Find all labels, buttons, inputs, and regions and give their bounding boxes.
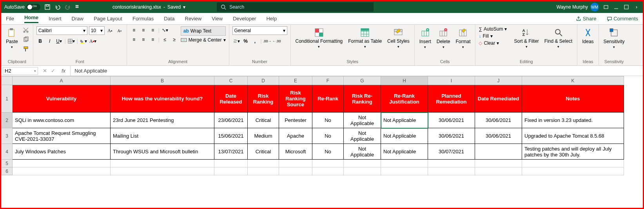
search-input[interactable]: Search [217, 2, 374, 12]
grow-font-icon[interactable]: A▴ [106, 27, 114, 35]
autosave-toggle[interactable]: AutoSave On [4, 4, 40, 10]
column-header-K[interactable]: K [522, 76, 624, 85]
cell-G2[interactable]: Not Applicable [344, 113, 381, 128]
row-header-4[interactable]: 4 [2, 144, 13, 160]
cell-B5[interactable] [111, 160, 214, 167]
cell-G5[interactable] [344, 160, 381, 167]
clear-button[interactable]: ◇Clear ▾ [479, 40, 510, 46]
cell-A4[interactable]: July Windows Patches [13, 144, 111, 160]
cell-C4[interactable]: 13/07/2021 [214, 144, 248, 160]
cell-C2[interactable]: 23/06/2021 [214, 113, 248, 128]
cell-K3[interactable]: Upgraded to Apache Tomcat 8.5.68 [522, 128, 624, 144]
cell-F3[interactable]: No [312, 128, 344, 144]
cancel-formula-icon[interactable]: ✕ [43, 68, 47, 74]
cell-H6[interactable] [381, 167, 428, 175]
cell-I4[interactable]: 30/07/2021 [428, 144, 475, 160]
cell-K2[interactable]: Fixed in version 3.23 updated. [522, 113, 624, 128]
cell-F5[interactable] [312, 160, 344, 167]
cell-J2[interactable]: 30/06/2021 [475, 113, 522, 128]
italic-button[interactable]: I [46, 37, 54, 45]
cell-F2[interactable]: No [312, 113, 344, 128]
share-button[interactable]: Share [576, 16, 597, 22]
fx-icon[interactable]: fx [58, 68, 69, 74]
font-color-icon[interactable]: A▾ [89, 37, 97, 45]
minimize-icon[interactable] [613, 4, 619, 10]
format-as-table-button[interactable]: Format as Table▾ [346, 26, 383, 49]
cell-K6[interactable] [522, 167, 624, 175]
tab-draw[interactable]: Draw [72, 16, 83, 22]
ribbon-options-icon[interactable] [603, 4, 609, 10]
column-header-J[interactable]: J [475, 76, 522, 85]
row-header-2[interactable]: 2 [2, 113, 13, 128]
undo-icon[interactable] [54, 4, 61, 10]
tab-file[interactable]: File [6, 16, 14, 22]
paste-button[interactable]: Paste▾ [4, 26, 20, 50]
cell-H5[interactable] [381, 160, 428, 167]
format-painter-icon[interactable] [22, 45, 30, 53]
cell-E5[interactable] [279, 160, 312, 167]
tab-formulas[interactable]: Formulas [132, 16, 154, 22]
name-box[interactable]: H2▾ [3, 67, 38, 75]
delete-cells-button[interactable]: Delete▾ [435, 26, 452, 50]
header-cell[interactable]: Date Remediated [475, 85, 522, 113]
header-cell[interactable]: Risk Ranking [248, 85, 279, 113]
sensitivity-button[interactable]: Sensitivity▾ [602, 26, 626, 50]
align-right-icon[interactable]: ≡ [149, 36, 157, 44]
save-icon[interactable] [44, 4, 51, 10]
align-center-icon[interactable]: ≡ [140, 36, 147, 44]
column-header-G[interactable]: G [344, 76, 381, 85]
column-header-H[interactable]: H [381, 76, 428, 85]
cell-E6[interactable] [279, 167, 312, 175]
cell-F6[interactable] [312, 167, 344, 175]
cell-C3[interactable]: 15/06/2021 [214, 128, 248, 144]
header-cell[interactable]: Risk Re-Ranking [344, 85, 381, 113]
conditional-formatting-button[interactable]: Conditional Formatting▾ [294, 26, 345, 49]
redo-icon[interactable] [65, 4, 71, 10]
cell-B4[interactable]: Through WSUS and Microsoft bulletin [111, 144, 214, 160]
cell-E2[interactable]: Pentester [279, 113, 312, 128]
cell-J3[interactable]: 30/06/2021 [475, 128, 522, 144]
cell-H4[interactable]: Not Applicable [381, 144, 428, 160]
underline-button[interactable]: U ▾ [55, 37, 63, 45]
cell-I6[interactable] [428, 167, 475, 175]
outdent-icon[interactable]: ≤ [161, 36, 169, 44]
sort-filter-button[interactable]: AZ Sort & Filter▾ [512, 26, 540, 49]
indent-icon[interactable]: ≥ [171, 36, 178, 44]
header-cell[interactable]: Re-Rank Justification [381, 85, 428, 113]
cell-B3[interactable]: Mailing List [111, 128, 214, 144]
header-cell[interactable]: Re-Rank [312, 85, 344, 113]
cell-H3[interactable]: Not Applicable [381, 128, 428, 144]
fill-color-icon[interactable]: ▾ [80, 37, 87, 45]
cell-A3[interactable]: Apache Tomcat Request Smuggling CVE-2021… [13, 128, 111, 144]
tab-help[interactable]: Help [266, 16, 277, 22]
select-all-corner[interactable] [2, 76, 13, 85]
cell-G6[interactable] [344, 167, 381, 175]
column-header-D[interactable]: D [248, 76, 279, 85]
cell-G3[interactable]: Not Applicable [344, 128, 381, 144]
comments-button[interactable]: Comments [607, 16, 638, 22]
cell-D4[interactable]: Critical [248, 144, 279, 160]
cell-B6[interactable] [111, 167, 214, 175]
header-cell[interactable]: Notes [522, 85, 624, 113]
header-cell[interactable]: Risk Ranking Source [279, 85, 312, 113]
decrease-decimal-icon[interactable]: ←.00 [273, 37, 281, 45]
column-header-B[interactable]: B [111, 76, 214, 85]
font-size-combo[interactable]: 10▾ [89, 26, 105, 35]
cell-C5[interactable] [214, 160, 248, 167]
increase-decimal-icon[interactable]: .00→ [263, 37, 271, 45]
cell-A6[interactable] [13, 167, 111, 175]
orientation-icon[interactable]: ⤡▾ [161, 26, 169, 34]
copy-icon[interactable] [22, 36, 30, 44]
maximize-icon[interactable] [623, 4, 629, 10]
cell-K5[interactable] [522, 160, 624, 167]
cell-J6[interactable] [475, 167, 522, 175]
insert-cells-button[interactable]: Insert▾ [418, 26, 433, 50]
cell-A5[interactable] [13, 160, 111, 167]
worksheet-grid[interactable]: ABCDEFGHIJK1VulnerabilityHow was the vul… [1, 76, 643, 208]
ideas-button[interactable]: Ideas [581, 26, 595, 45]
row-header-5[interactable]: 5 [2, 160, 13, 167]
formula-input[interactable]: Not Applicable [70, 66, 111, 76]
borders-icon[interactable]: ▾ [67, 37, 75, 45]
cell-J5[interactable] [475, 160, 522, 167]
row-header-3[interactable]: 3 [2, 128, 13, 144]
